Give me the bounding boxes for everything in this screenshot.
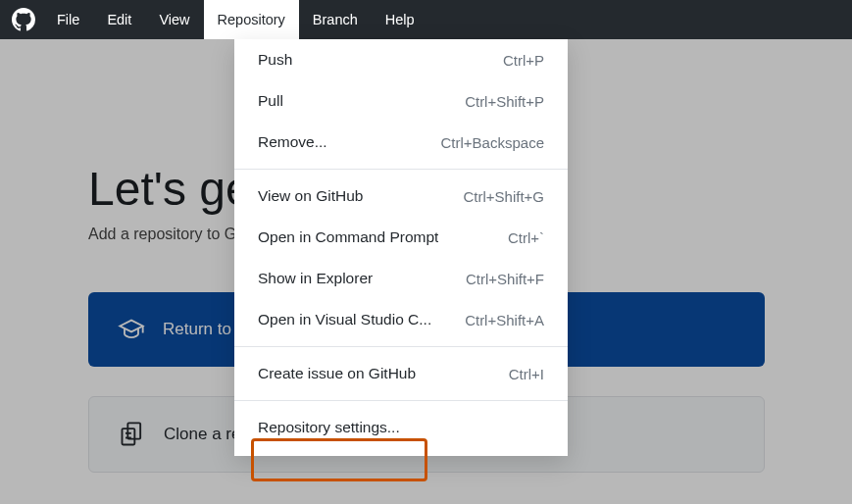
dropdown-separator <box>234 346 568 347</box>
dropdown-item-repository-settings[interactable]: Repository settings... <box>234 407 568 448</box>
menu-item-branch[interactable]: Branch <box>299 0 372 39</box>
dropdown-item-view-on-github[interactable]: View on GitHub Ctrl+Shift+G <box>234 176 568 217</box>
dropdown-separator <box>234 169 568 170</box>
dropdown-item-show-in-explorer[interactable]: Show in Explorer Ctrl+Shift+F <box>234 258 568 299</box>
repository-dropdown: Push Ctrl+P Pull Ctrl+Shift+P Remove... … <box>234 39 568 456</box>
dropdown-item-push[interactable]: Push Ctrl+P <box>234 39 568 80</box>
menu-item-edit[interactable]: Edit <box>93 0 145 39</box>
menu-item-repository[interactable]: Repository <box>204 0 299 39</box>
dropdown-item-open-vscode[interactable]: Open in Visual Studio C... Ctrl+Shift+A <box>234 299 568 340</box>
dropdown-item-open-command-prompt[interactable]: Open in Command Prompt Ctrl+` <box>234 217 568 258</box>
dropdown-item-pull[interactable]: Pull Ctrl+Shift+P <box>234 80 568 122</box>
menu-item-help[interactable]: Help <box>372 0 428 39</box>
github-logo-icon <box>12 8 35 31</box>
menu-item-file[interactable]: File <box>43 0 93 39</box>
dropdown-item-create-issue[interactable]: Create issue on GitHub Ctrl+I <box>234 353 568 394</box>
menu-item-view[interactable]: View <box>145 0 203 39</box>
dropdown-item-remove[interactable]: Remove... Ctrl+Backspace <box>234 122 568 163</box>
menubar: File Edit View Repository Branch Help <box>0 0 852 39</box>
dropdown-separator <box>234 400 568 401</box>
